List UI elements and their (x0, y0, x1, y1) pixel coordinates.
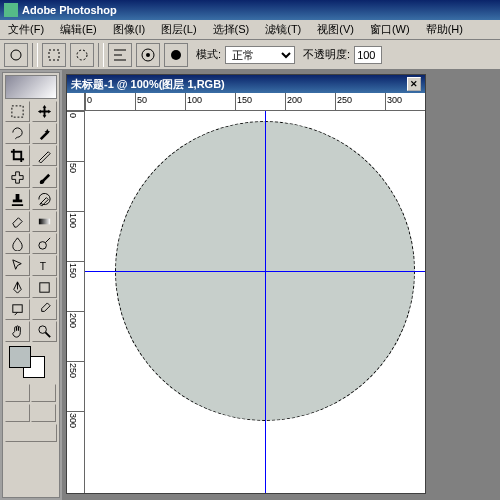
horizontal-ruler[interactable]: 050100150200250300350 (85, 93, 425, 111)
app-title: Adobe Photoshop (22, 4, 117, 16)
svg-point-5 (171, 50, 181, 60)
slice-tool[interactable] (32, 145, 57, 166)
screen-standard-button[interactable] (5, 404, 30, 422)
document-titlebar[interactable]: 未标题-1 @ 100%(图层 1,RGB) ✕ (67, 75, 425, 93)
stamp-tool[interactable] (5, 189, 30, 210)
menu-select[interactable]: 选择(S) (205, 20, 258, 39)
horizontal-guide[interactable] (85, 271, 425, 272)
svg-rect-11 (13, 305, 22, 313)
heal-tool[interactable] (5, 167, 30, 188)
tool-grid: T (5, 101, 57, 342)
menu-image[interactable]: 图像(I) (105, 20, 153, 39)
history-brush-tool[interactable] (32, 189, 57, 210)
canvas[interactable] (85, 111, 425, 493)
align-left-icon[interactable] (108, 43, 132, 67)
eraser-tool[interactable] (5, 211, 30, 232)
menu-layer[interactable]: 图层(L) (153, 20, 204, 39)
opacity-label: 不透明度: (303, 47, 350, 62)
window-titlebar: Adobe Photoshop (0, 0, 500, 20)
blend-mode-select[interactable]: 正常 (225, 46, 295, 64)
quickmask-mode-button[interactable] (31, 384, 56, 402)
separator (98, 43, 104, 67)
svg-point-0 (11, 50, 21, 60)
hand-tool[interactable] (5, 321, 30, 342)
vertical-ruler[interactable]: 050100150200250300 (67, 111, 85, 493)
marquee-tool[interactable] (5, 101, 30, 122)
zoom-tool[interactable] (32, 321, 57, 342)
foreground-color-swatch[interactable] (9, 346, 31, 368)
ruler-origin[interactable] (67, 93, 85, 111)
standard-mode-button[interactable] (5, 384, 30, 402)
mode-label: 模式: (196, 47, 221, 62)
options-bar: 模式: 正常 不透明度: (0, 40, 500, 70)
document-area: 未标题-1 @ 100%(图层 1,RGB) ✕ 050100150200250… (62, 70, 500, 500)
align-center-icon[interactable] (136, 43, 160, 67)
toolbox-header-icon (5, 75, 57, 99)
opacity-input[interactable] (354, 46, 382, 64)
close-icon[interactable]: ✕ (407, 77, 421, 91)
jump-to-button[interactable] (5, 424, 57, 442)
gradient-tool[interactable] (32, 211, 57, 232)
svg-point-4 (146, 53, 150, 57)
shape-tool[interactable] (32, 277, 57, 298)
svg-point-12 (38, 326, 46, 334)
align-right-icon[interactable] (164, 43, 188, 67)
svg-point-2 (77, 50, 87, 60)
document-window: 未标题-1 @ 100%(图层 1,RGB) ✕ 050100150200250… (66, 74, 426, 494)
note-tool[interactable] (5, 299, 30, 320)
workspace: T 未标题-1 @ 100%(图层 1,RGB) ✕ (0, 70, 500, 500)
dodge-tool[interactable] (32, 233, 57, 254)
color-swatches (5, 346, 57, 382)
brush-preset-icon[interactable] (4, 43, 28, 67)
lasso-tool[interactable] (5, 123, 30, 144)
menu-filter[interactable]: 滤镜(T) (257, 20, 309, 39)
menu-view[interactable]: 视图(V) (309, 20, 362, 39)
feather-icon[interactable] (42, 43, 66, 67)
wand-tool[interactable] (32, 123, 57, 144)
pen-tool[interactable] (5, 277, 30, 298)
blur-tool[interactable] (5, 233, 30, 254)
move-tool[interactable] (32, 101, 57, 122)
canvas-viewport[interactable] (85, 111, 425, 493)
contiguous-icon[interactable] (70, 43, 94, 67)
svg-rect-1 (49, 50, 59, 60)
svg-text:T: T (39, 261, 46, 272)
menu-file[interactable]: 文件(F) (0, 20, 52, 39)
separator (32, 43, 38, 67)
vertical-guide[interactable] (265, 111, 266, 493)
eyedropper-tool[interactable] (32, 299, 57, 320)
type-tool[interactable]: T (32, 255, 57, 276)
svg-rect-7 (38, 219, 49, 225)
document-title: 未标题-1 @ 100%(图层 1,RGB) (71, 77, 225, 92)
screen-full-menubar-button[interactable] (31, 404, 56, 422)
svg-rect-6 (12, 106, 23, 117)
svg-point-8 (38, 242, 46, 250)
brush-tool[interactable] (32, 167, 57, 188)
svg-rect-10 (39, 283, 48, 292)
path-select-tool[interactable] (5, 255, 30, 276)
toolbox: T (2, 72, 60, 498)
photoshop-icon (4, 3, 18, 17)
menubar: 文件(F) 编辑(E) 图像(I) 图层(L) 选择(S) 滤镜(T) 视图(V… (0, 20, 500, 40)
crop-tool[interactable] (5, 145, 30, 166)
menu-edit[interactable]: 编辑(E) (52, 20, 105, 39)
menu-help[interactable]: 帮助(H) (418, 20, 471, 39)
menu-window[interactable]: 窗口(W) (362, 20, 418, 39)
